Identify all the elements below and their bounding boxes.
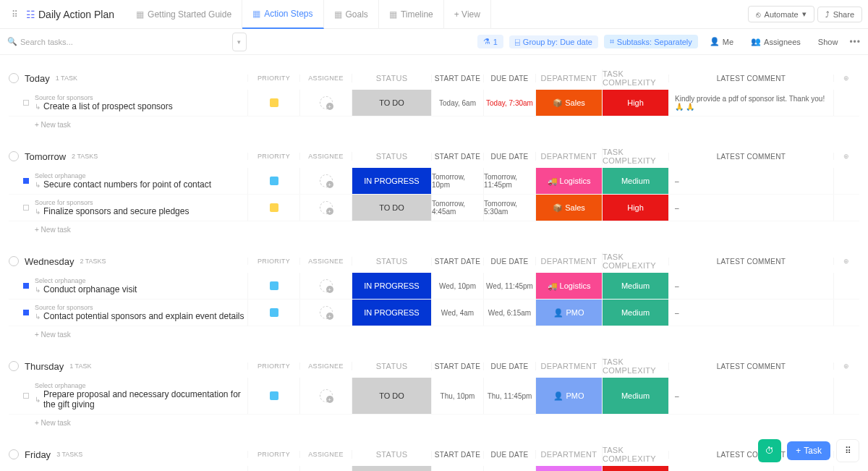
group-header[interactable]: Friday3 TASKSPRIORITYASSIGNEESTATUSSTART…	[9, 443, 859, 466]
due-date-cell[interactable]: Wed, 11:45pm	[483, 273, 535, 299]
comment-cell[interactable]: –	[668, 300, 833, 326]
status-dot[interactable]	[23, 178, 29, 184]
search-dropdown[interactable]: ▾	[232, 33, 247, 51]
add-column-button[interactable]: ⊕	[833, 75, 859, 82]
assignee-cell[interactable]	[299, 466, 352, 471]
add-column-button[interactable]: ⊕	[833, 258, 859, 265]
collapse-icon[interactable]	[9, 256, 19, 266]
status-cell[interactable]: TO DO	[352, 195, 431, 221]
task-row[interactable]: Select orphanage↳Secure contact numbers …	[9, 168, 859, 195]
status-cell[interactable]: IN PROGRESS	[352, 300, 431, 326]
group-header[interactable]: Today1 TASKPRIORITYASSIGNEESTATUSSTART D…	[9, 67, 859, 90]
status-cell[interactable]: TO DO	[352, 90, 431, 116]
show-chip[interactable]: Show	[812, 35, 844, 48]
groupby-chip[interactable]: ⌸ Group by: Due date	[509, 35, 598, 48]
row-add[interactable]	[833, 273, 859, 299]
comment-cell[interactable]: Kindly provide a pdf of sponsor list. Th…	[668, 90, 833, 116]
row-add[interactable]	[833, 466, 859, 471]
due-date-cell[interactable]: Tomorrow, 5:30am	[483, 195, 535, 221]
add-column-button[interactable]: ⊕	[833, 153, 859, 160]
collapse-icon[interactable]	[9, 449, 19, 459]
priority-cell[interactable]	[247, 195, 299, 221]
status-cell[interactable]: IN PROGRESS	[352, 273, 431, 299]
tab-goals[interactable]: ▦Goals	[324, 0, 379, 29]
complexity-cell[interactable]: High	[602, 90, 668, 116]
collapse-icon[interactable]	[9, 73, 19, 83]
priority-cell[interactable]	[247, 168, 299, 194]
comment-cell[interactable]: –	[668, 195, 833, 221]
assignee-add-icon[interactable]	[320, 389, 333, 402]
more-icon[interactable]: •••	[849, 37, 861, 47]
start-date-cell[interactable]: Tomorrow, 10pm	[431, 168, 483, 194]
status-dot[interactable]	[23, 100, 29, 106]
priority-cell[interactable]	[247, 273, 299, 299]
comment-cell[interactable]: –	[668, 273, 833, 299]
due-date-cell[interactable]: Fri, 1:30am	[483, 466, 535, 471]
share-button[interactable]: ⤴ Share	[817, 7, 862, 22]
add-view-button[interactable]: + View	[444, 0, 491, 29]
department-cell[interactable]: 👤 PMO	[535, 300, 602, 326]
comment-cell[interactable]: –	[668, 466, 833, 471]
due-date-cell[interactable]: Today, 7:30am	[483, 90, 535, 116]
group-header[interactable]: Wednesday2 TASKSPRIORITYASSIGNEESTATUSST…	[9, 250, 859, 273]
assignee-cell[interactable]	[299, 378, 352, 414]
priority-cell[interactable]	[247, 378, 299, 414]
assignee-cell[interactable]	[299, 90, 352, 116]
start-date-cell[interactable]: Wed, 4am	[431, 300, 483, 326]
assignee-add-icon[interactable]	[320, 174, 333, 187]
complexity-cell[interactable]: Medium	[602, 300, 668, 326]
assignee-cell[interactable]	[299, 273, 352, 299]
status-dot[interactable]	[23, 393, 29, 399]
apps-fab[interactable]: ⠿	[836, 439, 859, 462]
priority-cell[interactable]	[247, 90, 299, 116]
assignee-cell[interactable]	[299, 195, 352, 221]
tab-getting-started-guide[interactable]: ▦Getting Started Guide	[126, 0, 242, 29]
assignee-cell[interactable]	[299, 300, 352, 326]
complexity-cell[interactable]: Medium	[602, 273, 668, 299]
department-cell[interactable]: 📦 Sales	[535, 90, 602, 116]
apps-icon[interactable]: ⠿	[6, 6, 23, 23]
search-input[interactable]: 🔍 Search tasks...	[7, 37, 226, 46]
row-add[interactable]	[833, 90, 859, 116]
task-row[interactable]: Source for sponsors↳Finalize sponsors an…	[9, 195, 859, 221]
department-cell[interactable]: 👤 HR	[535, 466, 602, 471]
new-task-button[interactable]: + New task	[9, 415, 859, 431]
row-add[interactable]	[833, 195, 859, 221]
group-header[interactable]: Tomorrow2 TASKSPRIORITYASSIGNEESTATUSSTA…	[9, 145, 859, 168]
tab-action-steps[interactable]: ▦Action Steps	[242, 0, 323, 29]
task-row[interactable]: Select orphanage↳Finalize prospect orpha…	[9, 466, 859, 471]
complexity-cell[interactable]: Medium	[602, 168, 668, 194]
start-date-cell[interactable]: Fri, 12am	[431, 466, 483, 471]
assignees-chip[interactable]: 👥 Assignees	[745, 35, 807, 48]
department-cell[interactable]: 👤 PMO	[535, 378, 602, 414]
status-cell[interactable]: TO DO	[352, 466, 431, 471]
start-date-cell[interactable]: Tomorrow, 4:45am	[431, 195, 483, 221]
new-task-fab[interactable]: + Task	[787, 441, 830, 460]
new-task-button[interactable]: + New task	[9, 326, 859, 343]
status-cell[interactable]: TO DO	[352, 378, 431, 414]
assignee-add-icon[interactable]	[320, 306, 333, 319]
task-row[interactable]: Source for sponsors↳Create a list of pro…	[9, 90, 859, 116]
department-cell[interactable]: 🚚 Logistics	[535, 168, 602, 194]
priority-cell[interactable]	[247, 300, 299, 326]
new-task-button[interactable]: + New task	[9, 116, 859, 133]
due-date-cell[interactable]: Wed, 6:15am	[483, 300, 535, 326]
start-date-cell[interactable]: Wed, 10pm	[431, 273, 483, 299]
group-header[interactable]: Thursday1 TASKPRIORITYASSIGNEESTATUSSTAR…	[9, 355, 859, 378]
comment-cell[interactable]: –	[668, 378, 833, 414]
start-date-cell[interactable]: Today, 6am	[431, 90, 483, 116]
new-task-button[interactable]: + New task	[9, 221, 859, 238]
due-date-cell[interactable]: Thu, 11:45pm	[483, 378, 535, 414]
task-row[interactable]: Source for sponsors↳Contact potential sp…	[9, 300, 859, 326]
complexity-cell[interactable]: Medium	[602, 378, 668, 414]
row-add[interactable]	[833, 168, 859, 194]
status-dot[interactable]	[23, 310, 29, 315]
department-cell[interactable]: 🚚 Logistics	[535, 273, 602, 299]
comment-cell[interactable]: –	[668, 168, 833, 194]
tab-timeline[interactable]: ▦Timeline	[379, 0, 444, 29]
collapse-icon[interactable]	[9, 151, 19, 161]
automate-button[interactable]: ⎋ Automate ▾	[748, 6, 814, 22]
status-dot[interactable]	[23, 205, 29, 211]
status-dot[interactable]	[23, 283, 29, 289]
row-add[interactable]	[833, 300, 859, 326]
